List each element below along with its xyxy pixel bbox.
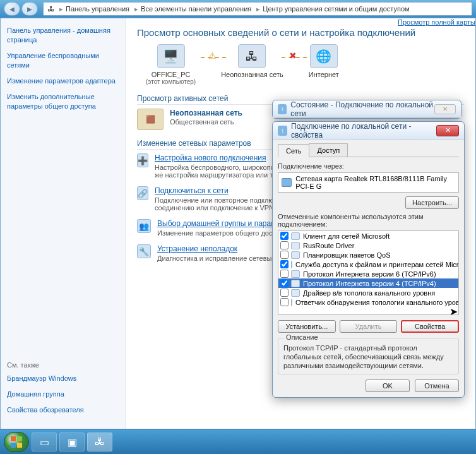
window-titlebar: ◄ ► 🖧 ▸ Панель управления ▸ Все элементы… (0, 0, 476, 18)
list-item[interactable]: Драйвер в/в тополога канального уровня (278, 288, 458, 297)
full-map-link[interactable]: Просмотр полной карты (398, 18, 475, 26)
component-checkbox[interactable] (280, 241, 289, 249)
component-checkbox[interactable] (280, 289, 289, 297)
svg-rect-0 (11, 436, 16, 441)
computer-icon: 🖥️ (157, 44, 185, 68)
start-button[interactable] (4, 432, 29, 452)
component-label: Планировщик пакетов QoS (303, 251, 391, 259)
svg-rect-2 (11, 443, 16, 448)
breadcrumb-item[interactable]: Все элементы панели управления (141, 5, 251, 13)
component-icon (291, 270, 300, 278)
taskbar-app-1[interactable]: ▭ (32, 433, 57, 451)
see-also-header: См. также (7, 361, 119, 369)
component-label: Драйвер в/в тополога канального уровня (303, 289, 435, 297)
param-connect[interactable]: Подключиться к сети (155, 186, 229, 195)
map-this-pc: 🖥️ OFFICE_PC (этот компьютер) (146, 44, 196, 85)
page-title: Просмотр основных сведений о сети и наст… (137, 27, 464, 38)
configure-button[interactable]: Настроить... (405, 196, 459, 209)
see-also-firewall[interactable]: Брандмауэр Windows (7, 374, 119, 383)
component-checkbox[interactable] (280, 251, 289, 259)
cancel-button[interactable]: Отмена (415, 379, 459, 392)
breadcrumb-item[interactable]: Панель управления (66, 5, 129, 13)
taskbar: ▭ ▣ 🖧 (0, 430, 476, 454)
map-internet: 🌐 Интернет (309, 44, 339, 78)
sidebar-link-adapter[interactable]: Изменение параметров адаптера (7, 76, 119, 86)
warning-icon: ⚠ (208, 51, 217, 61)
taskbar-app-2[interactable]: ▣ (59, 433, 85, 451)
list-item[interactable]: Планировщик пакетов QoS (278, 250, 458, 260)
network-icon: ↕ (278, 104, 287, 114)
param-new-connection[interactable]: Настройка нового подключения (155, 153, 266, 162)
components-label: Отмеченные компоненты используются этим … (278, 213, 459, 228)
adapter-field: Сетевая карта Realtek RTL8168B/8111B Fam… (278, 172, 459, 193)
bench-icon: 🟫 (137, 109, 164, 130)
adapter-icon (282, 178, 292, 187)
remove-button: Удалить (340, 320, 398, 333)
component-checkbox[interactable] (280, 298, 289, 306)
active-network-type: Общественная сеть (170, 118, 234, 126)
description-text: Протокол TCP/IP - стандартный протокол г… (283, 343, 453, 370)
sidebar-link-wireless[interactable]: Управление беспроводными сетями (7, 51, 119, 70)
breadcrumb-item[interactable]: Центр управления сетями и общим доступом (263, 5, 409, 13)
tab-access[interactable]: Доступ (309, 143, 348, 157)
dialog-tabs: Сеть Доступ (278, 143, 459, 157)
properties-button[interactable]: Свойства (401, 320, 459, 333)
globe-icon: 🌐 (310, 44, 338, 68)
list-item[interactable]: Протокол Интернета версии 6 (TCP/IPv6) (278, 269, 458, 278)
adapter-name: Сетевая карта Realtek RTL8168B/8111B Fam… (295, 175, 455, 190)
components-listbox[interactable]: Клиент для сетей MicrosoftRusRoute Drive… (278, 230, 459, 315)
component-checkbox[interactable] (280, 232, 289, 240)
install-button[interactable]: Установить... (278, 320, 336, 333)
component-checkbox[interactable] (280, 279, 289, 287)
map-network: 🖧 Неопознанная сеть (221, 44, 283, 78)
troubleshoot-icon: 🔧 (137, 244, 151, 258)
list-item[interactable]: Протокол Интернета версии 4 (TCP/IPv4) (278, 278, 458, 288)
error-icon: ✖ (289, 51, 297, 61)
properties-dialog: ↕ Подключение по локальной сети - свойст… (272, 121, 465, 398)
see-also-internet-options[interactable]: Свойства обозревателя (7, 405, 119, 415)
close-button[interactable]: ✕ (436, 125, 459, 136)
network-icon: ↕ (278, 126, 287, 136)
new-connection-icon: ➕ (137, 153, 148, 167)
nav-forward-button[interactable]: ► (21, 2, 38, 16)
component-label: RusRoute Driver (303, 242, 354, 249)
sidebar-link-sharing[interactable]: Изменить дополнительные параметры общего… (7, 92, 119, 111)
svg-rect-1 (17, 436, 22, 441)
breadcrumb-icon: 🖧 (47, 5, 54, 13)
active-network-name: Неопознанная сеть (170, 109, 242, 117)
component-label: Протокол Интернета версии 6 (TCP/IPv6) (303, 270, 436, 278)
nav-back-button[interactable]: ◄ (4, 2, 20, 16)
list-item[interactable]: Клиент для сетей Microsoft (278, 231, 458, 241)
component-checkbox[interactable] (280, 270, 289, 278)
list-item[interactable]: Ответчик обнаружения топологии канальног… (278, 297, 458, 307)
component-checkbox[interactable] (280, 260, 289, 268)
component-icon (291, 251, 300, 259)
component-label: Служба доступа к файлам и принтерам сете… (295, 261, 459, 268)
sidebar-link-home[interactable]: Панель управления - домашняя страница (7, 26, 119, 45)
ok-button[interactable]: OK (366, 379, 410, 392)
breadcrumb[interactable]: 🖧 ▸ Панель управления ▸ Все элементы пан… (43, 2, 472, 16)
list-item[interactable]: RusRoute Driver (278, 241, 458, 250)
properties-dialog-title: Подключение по локальной сети - свойства (291, 122, 436, 140)
component-label: Ответчик обнаружения топологии канальног… (295, 299, 459, 306)
param-troubleshoot[interactable]: Устранение неполадок (157, 244, 237, 253)
tab-network[interactable]: Сеть (278, 144, 309, 157)
connect-via-label: Подключение через: (278, 162, 459, 170)
network-icon: 🖧 (238, 44, 266, 68)
status-dialog-title: Состояние - Подключение по локальной сет… (290, 100, 434, 118)
component-icon (291, 232, 300, 240)
component-icon (291, 289, 300, 297)
component-label: Клиент для сетей Microsoft (303, 232, 390, 240)
list-item[interactable]: Служба доступа к файлам и принтерам сете… (278, 260, 458, 269)
see-also-homegroup[interactable]: Домашняя группа (7, 390, 119, 399)
homegroup-icon: 👥 (137, 219, 151, 233)
sidebar: Панель управления - домашняя страница Уп… (1, 18, 126, 429)
taskbar-app-active[interactable]: 🖧 (87, 433, 112, 451)
connect-icon: 🔗 (137, 186, 148, 200)
component-icon (291, 242, 300, 249)
component-icon (291, 280, 300, 287)
svg-rect-3 (17, 443, 22, 448)
status-dialog: ↕ Состояние - Подключение по локальной с… (272, 100, 461, 119)
component-icon (291, 299, 292, 306)
close-icon[interactable]: ✕ (434, 104, 456, 114)
